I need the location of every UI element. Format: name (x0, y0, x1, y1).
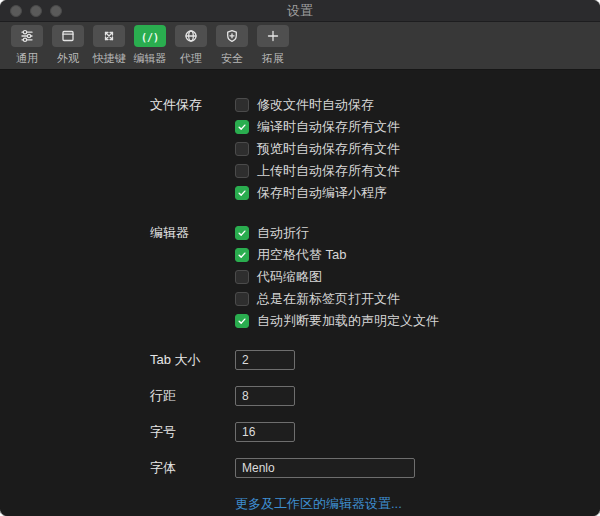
group-checkboxes: 修改文件时自动保存 编译时自动保存所有文件预览时自动保存所有文件上传时自动保存所… (235, 94, 400, 204)
checkbox-checked[interactable] (235, 248, 249, 262)
toolbar-tab-editor[interactable]: (/)编辑器 (131, 25, 169, 66)
toolbar-tab-general[interactable]: 通用 (8, 25, 46, 66)
toolbar-tab-security[interactable]: 安全 (213, 25, 251, 66)
titlebar: 设置 (0, 0, 600, 22)
shortcut-arrows-icon (101, 28, 117, 44)
checkbox-label: 修改文件时自动保存 (257, 96, 374, 114)
checkmark-icon (237, 118, 247, 136)
checkbox-checked[interactable] (235, 226, 249, 240)
font-size-input[interactable] (235, 422, 295, 442)
toolbar-tab-label: 代理 (180, 51, 202, 66)
settings-window: 设置 通用 外观 快捷键(/)编辑器 代理 安全 拓展 文件保存修改文件时自动保… (0, 0, 600, 516)
toolbar-tab-appearance-button[interactable] (52, 25, 84, 47)
field-label-font-size: 字号 (150, 422, 235, 442)
toolbar-tab-label: 外观 (57, 51, 79, 66)
field-label-font-family: 字体 (150, 458, 235, 478)
window-icon (60, 28, 76, 44)
checkbox-unchecked[interactable] (235, 164, 249, 178)
toolbar-tab-general-button[interactable] (11, 25, 43, 47)
group-label-file-save: 文件保存 (150, 94, 235, 116)
checkbox-checked[interactable] (235, 120, 249, 134)
toolbar-tab-label: 快捷键 (93, 51, 126, 66)
field-row-font-size: 字号 (0, 422, 600, 442)
field-row-font-family: 字体 (0, 458, 600, 478)
checkbox-row[interactable]: 上传时自动保存所有文件 (235, 160, 400, 182)
shield-plus-icon (224, 28, 240, 44)
toolbar-tab-label: 安全 (221, 51, 243, 66)
toolbar-tab-proxy-button[interactable] (175, 25, 207, 47)
group-checkboxes: 自动折行 用空格代替 Tab代码缩略图总是在新标签页打开文件 自动判断要加载的声… (235, 222, 439, 332)
checkbox-label: 编译时自动保存所有文件 (257, 118, 400, 136)
code-icon: (/) (141, 27, 159, 45)
field-rows: Tab 大小行距字号字体 (0, 350, 600, 478)
checkmark-icon (237, 224, 247, 242)
checkmark-icon (237, 312, 247, 330)
field-row-tab-size: Tab 大小 (0, 350, 600, 370)
checkbox-row[interactable]: 总是在新标签页打开文件 (235, 288, 439, 310)
font-family-input[interactable] (235, 458, 415, 478)
toolbar-tab-shortcuts[interactable]: 快捷键 (90, 25, 128, 66)
settings-content: 文件保存修改文件时自动保存 编译时自动保存所有文件预览时自动保存所有文件上传时自… (0, 70, 600, 516)
checkbox-groups: 文件保存修改文件时自动保存 编译时自动保存所有文件预览时自动保存所有文件上传时自… (0, 94, 600, 332)
plus-icon (265, 28, 281, 44)
checkbox-unchecked[interactable] (235, 270, 249, 284)
line-height-input[interactable] (235, 386, 295, 406)
more-editor-settings-link[interactable]: 更多及工作区的编辑器设置... (235, 496, 402, 511)
toolbar-tab-extensions-button[interactable] (257, 25, 289, 47)
checkbox-unchecked[interactable] (235, 98, 249, 112)
checkbox-unchecked[interactable] (235, 142, 249, 156)
checkbox-row[interactable]: 保存时自动编译小程序 (235, 182, 400, 204)
field-label-line-height: 行距 (150, 386, 235, 406)
field-label-tab-size: Tab 大小 (150, 350, 235, 370)
checkbox-row[interactable]: 预览时自动保存所有文件 (235, 138, 400, 160)
checkbox-label: 自动折行 (257, 224, 309, 242)
checkmark-icon (237, 246, 247, 264)
sliders-icon (19, 28, 35, 44)
preferences-toolbar: 通用 外观 快捷键(/)编辑器 代理 安全 拓展 (0, 22, 600, 70)
checkbox-label: 用空格代替 Tab (257, 246, 347, 264)
toolbar-tab-shortcuts-button[interactable] (93, 25, 125, 47)
checkbox-row[interactable]: 编译时自动保存所有文件 (235, 116, 400, 138)
checkbox-unchecked[interactable] (235, 292, 249, 306)
checkbox-label: 上传时自动保存所有文件 (257, 162, 400, 180)
toolbar-tab-label: 通用 (16, 51, 38, 66)
checkbox-row[interactable]: 用空格代替 Tab (235, 244, 439, 266)
checkbox-label: 保存时自动编译小程序 (257, 184, 387, 202)
checkbox-row[interactable]: 代码缩略图 (235, 266, 439, 288)
group-label-editor: 编辑器 (150, 222, 235, 244)
checkbox-label: 代码缩略图 (257, 268, 322, 286)
checkbox-checked[interactable] (235, 186, 249, 200)
toolbar-tab-security-button[interactable] (216, 25, 248, 47)
checkbox-label: 总是在新标签页打开文件 (257, 290, 400, 308)
checkmark-icon (237, 184, 247, 202)
toolbar-tab-editor-button[interactable]: (/) (134, 25, 166, 47)
checkbox-label: 自动判断要加载的声明定义文件 (257, 312, 439, 330)
settings-group-file-save: 文件保存修改文件时自动保存 编译时自动保存所有文件预览时自动保存所有文件上传时自… (0, 94, 600, 204)
tab-size-input[interactable] (235, 350, 295, 370)
checkbox-checked[interactable] (235, 314, 249, 328)
toolbar-tab-extensions[interactable]: 拓展 (254, 25, 292, 66)
checkbox-row[interactable]: 自动判断要加载的声明定义文件 (235, 310, 439, 332)
checkbox-label: 预览时自动保存所有文件 (257, 140, 400, 158)
globe-icon (183, 28, 199, 44)
settings-group-editor: 编辑器 自动折行 用空格代替 Tab代码缩略图总是在新标签页打开文件 自动判断要… (0, 222, 600, 332)
toolbar-tab-label: 编辑器 (134, 51, 167, 66)
toolbar-tab-proxy[interactable]: 代理 (172, 25, 210, 66)
checkbox-row[interactable]: 修改文件时自动保存 (235, 94, 400, 116)
toolbar-tab-appearance[interactable]: 外观 (49, 25, 87, 66)
window-title: 设置 (0, 2, 600, 20)
checkbox-row[interactable]: 自动折行 (235, 222, 439, 244)
field-row-line-height: 行距 (0, 386, 600, 406)
toolbar-tab-label: 拓展 (262, 51, 284, 66)
more-settings-row: 更多及工作区的编辑器设置... (0, 494, 600, 513)
